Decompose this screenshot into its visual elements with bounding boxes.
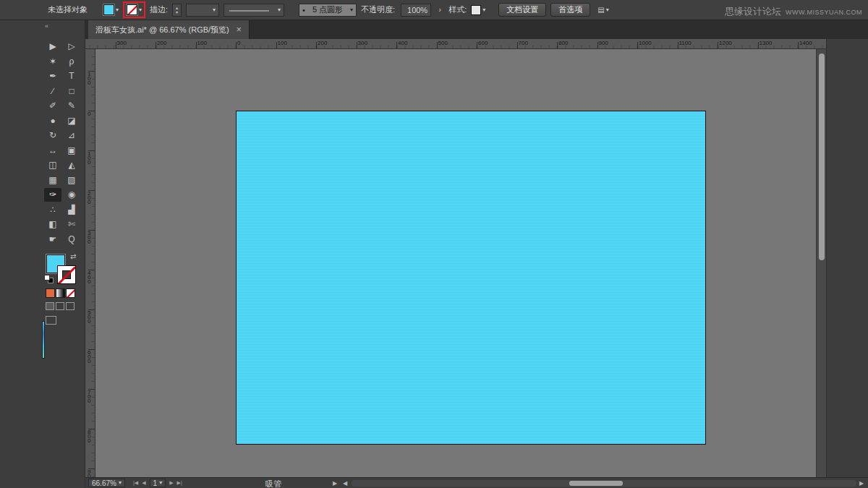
artboard[interactable] xyxy=(236,111,706,445)
eraser-tool[interactable]: ◪ xyxy=(63,114,80,127)
draw-normal-button[interactable] xyxy=(46,302,54,310)
ruler-label: 700 xyxy=(88,390,93,403)
chevron-down-icon: ▾ xyxy=(278,7,281,13)
ruler-label: 1100 xyxy=(679,40,692,46)
gradient-button[interactable] xyxy=(56,288,65,298)
selection-tool[interactable]: ▶ xyxy=(44,40,61,53)
none-button[interactable] xyxy=(66,288,75,298)
column-graph-tool[interactable]: ▟ xyxy=(63,202,80,216)
preferences-button[interactable]: 首选项 xyxy=(550,3,590,17)
ruler-tick xyxy=(276,42,277,48)
document-setup-button[interactable]: 文档设置 xyxy=(498,3,546,17)
fill-color-control[interactable]: ▾ xyxy=(103,4,119,15)
ruler-label: 1000 xyxy=(639,40,652,46)
ruler-label: 300 xyxy=(88,231,93,244)
direct-selection-tool[interactable]: ▷ xyxy=(63,40,80,53)
pen-tool[interactable]: ✒ xyxy=(44,69,61,83)
width-profile-dropdown[interactable]: ▾ xyxy=(224,4,284,17)
vertical-scrollbar[interactable] xyxy=(816,49,826,477)
stroke-weight-dropdown[interactable]: ▾ xyxy=(186,4,219,17)
mesh-tool[interactable]: ▦ xyxy=(44,173,61,187)
first-artboard-button[interactable]: |◀ xyxy=(133,480,138,486)
pencil-tool[interactable]: ✎ xyxy=(63,99,80,113)
gradient-tool[interactable]: ▧ xyxy=(63,173,80,187)
opacity-options-button[interactable]: › xyxy=(435,4,444,17)
artboard-number-dropdown[interactable]: 1 ▾ xyxy=(150,479,166,487)
default-fill-stroke-button[interactable] xyxy=(44,275,55,284)
opacity-input[interactable]: 100% xyxy=(401,4,431,17)
collapsed-color-panel[interactable] xyxy=(42,321,45,359)
symbol-sprayer-tool[interactable]: ∴ xyxy=(44,202,61,216)
line-segment-tool[interactable]: ∕ xyxy=(44,84,61,98)
brush-definition-dropdown[interactable]: • 5 点圆形 ▾ xyxy=(299,4,357,17)
ruler-label: 900 xyxy=(599,40,608,46)
last-artboard-button[interactable]: ▶| xyxy=(177,480,182,486)
stroke-none-swatch[interactable] xyxy=(127,4,137,15)
horizontal-scrollbar-thumb[interactable] xyxy=(569,481,623,486)
draw-behind-button[interactable] xyxy=(56,302,64,310)
stepper-down-icon[interactable]: ▾ xyxy=(176,10,178,14)
hand-tool[interactable]: ☛ xyxy=(44,232,61,246)
stroke-weight-stepper[interactable]: ▴ ▾ xyxy=(172,4,182,17)
zoom-value: 66.67% xyxy=(92,479,116,487)
ruler-tick xyxy=(597,42,598,48)
artboard-tool[interactable]: ◧ xyxy=(44,218,61,231)
ruler-tick xyxy=(477,42,477,48)
width-tool[interactable]: ↔ xyxy=(44,143,61,157)
blend-tool[interactable]: ◉ xyxy=(63,188,80,202)
horizontal-ruler[interactable]: 3002001000100200300400500600700800900100… xyxy=(85,39,826,49)
scale-tool[interactable]: ⊿ xyxy=(63,129,80,142)
ruler-label: 0 xyxy=(237,40,240,46)
vertical-scrollbar-thumb[interactable] xyxy=(819,53,825,260)
previous-artboard-button[interactable]: ◀ xyxy=(142,480,145,486)
scroll-right-icon[interactable]: ▶ xyxy=(859,480,864,487)
color-button[interactable] xyxy=(46,288,55,298)
close-icon[interactable]: × xyxy=(237,25,242,35)
horizontal-scrollbar[interactable] xyxy=(352,480,856,487)
fill-swatch[interactable] xyxy=(103,4,114,15)
status-expand-icon[interactable]: ▶ xyxy=(333,480,337,487)
shape-builder-tool[interactable]: ◫ xyxy=(44,158,61,172)
next-artboard-button[interactable]: ▶ xyxy=(169,480,173,486)
ruler-label: 600 xyxy=(88,351,93,364)
document-tab[interactable]: 滑板车女孩.ai* @ 66.67% (RGB/预览) × xyxy=(88,20,250,39)
lasso-tool[interactable]: ρ xyxy=(63,54,80,68)
toolbar-grid: ▶▷✶ρ✒T∕□✐✎●◪↻⊿↔▣◫◭▦▧✑◉∴▟◧✄☛Q xyxy=(43,39,81,247)
rotate-tool[interactable]: ↻ xyxy=(44,129,61,142)
rectangle-tool[interactable]: □ xyxy=(63,84,80,98)
ruler-tick xyxy=(396,42,397,48)
toolbar-collapse-button[interactable]: « xyxy=(45,22,48,30)
screen-mode-button[interactable] xyxy=(46,316,56,325)
zoom-level-dropdown[interactable]: 66.67% ▾ xyxy=(88,479,125,487)
stroke-color-indicator[interactable] xyxy=(57,265,76,284)
style-label: 样式: xyxy=(448,4,467,15)
paintbrush-tool[interactable]: ✐ xyxy=(44,99,61,113)
ruler-label: 0 xyxy=(88,112,93,116)
zoom-tool[interactable]: Q xyxy=(63,232,80,246)
ruler-label: 500 xyxy=(438,40,448,46)
style-dropdown[interactable]: ▾ xyxy=(471,5,485,15)
scroll-left-icon[interactable]: ◀ xyxy=(343,480,347,487)
panel-menu-control[interactable]: ▤ ▾ xyxy=(597,6,608,14)
ruler-label: 600 xyxy=(478,40,488,46)
slice-tool[interactable]: ✄ xyxy=(63,218,80,231)
watermark: 思缘设计论坛 WWW.MISSYUAN.COM xyxy=(725,5,862,18)
magic-wand-tool[interactable]: ✶ xyxy=(44,54,61,68)
type-tool[interactable]: T xyxy=(63,69,80,83)
eyedropper-tool[interactable]: ✑ xyxy=(44,188,61,202)
stroke-color-control[interactable]: ▾ xyxy=(127,4,142,15)
chevron-down-icon: ▾ xyxy=(606,7,609,13)
blob-brush-tool[interactable]: ● xyxy=(44,114,61,127)
chevron-down-icon: ▾ xyxy=(139,7,142,13)
document-tab-title: 滑板车女孩.ai* @ 66.67% (RGB/预览) xyxy=(95,25,229,35)
draw-inside-button[interactable] xyxy=(66,302,75,310)
vertical-ruler[interactable]: 10001002003004005006007008009001000 xyxy=(85,49,95,477)
opacity-label: 不透明度: xyxy=(361,4,395,15)
free-transform-tool[interactable]: ▣ xyxy=(63,143,80,157)
ruler-tick xyxy=(637,42,638,48)
ruler-label: 700 xyxy=(519,40,528,46)
swap-fill-stroke-icon[interactable]: ⇄ xyxy=(70,252,76,260)
chevron-down-icon: ▾ xyxy=(116,7,119,13)
perspective-grid-tool[interactable]: ◭ xyxy=(63,158,80,172)
style-swatch[interactable] xyxy=(471,5,481,15)
